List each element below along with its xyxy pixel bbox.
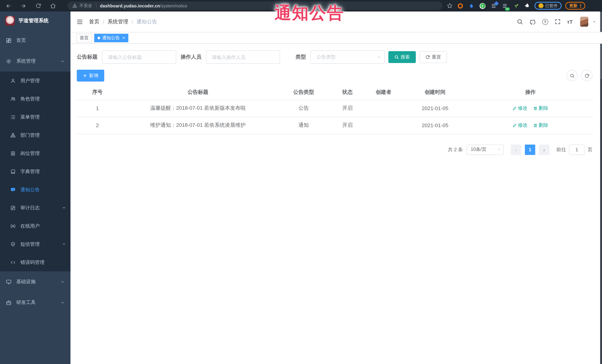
cell-creator: [366, 117, 402, 134]
edit-pencil-icon: [513, 123, 517, 127]
sidebar-item-posts[interactable]: 岗位管理: [0, 144, 70, 162]
sidebar-item-system[interactable]: 系统管理: [0, 51, 70, 72]
breadcrumb-home[interactable]: 首页: [89, 18, 99, 25]
browser-forward-icon[interactable]: [19, 1, 28, 10]
address-separator: [96, 3, 96, 8]
sidebar-item-devtools[interactable]: 研发工具: [0, 292, 70, 313]
header-creator: 创建者: [366, 85, 402, 100]
sidebar-item-departments[interactable]: 部门管理: [0, 126, 70, 144]
sidebar-item-audit-log[interactable]: 审计日志: [0, 199, 70, 217]
page-size-select[interactable]: 10条/页: [467, 144, 504, 155]
help-icon[interactable]: ?: [542, 19, 548, 25]
cell-title: 维护通知：2018-07-01 若依系统凌晨维护: [118, 117, 278, 134]
chevron-down-icon: [62, 242, 66, 246]
sidebar-item-label: 短信管理: [20, 241, 40, 247]
header-search-icon[interactable]: [516, 19, 523, 25]
user-avatar[interactable]: [580, 17, 588, 27]
tag-close-icon[interactable]: ×: [122, 36, 125, 40]
sidebar-item-label: 首页: [16, 37, 26, 44]
extension-on-badge-icon[interactable]: on: [501, 2, 508, 10]
notice-title-input[interactable]: [102, 50, 176, 64]
cell-actions: 修改 删除: [469, 100, 592, 117]
cell-status: 开启: [329, 117, 366, 134]
sidebar-item-menus[interactable]: 菜单管理: [0, 108, 70, 126]
github-icon[interactable]: [529, 18, 536, 25]
breadcrumb-system[interactable]: 系统管理: [108, 18, 128, 25]
sidebar-item-online-users[interactable]: 在线用户: [0, 217, 70, 235]
cell-no: 1: [77, 100, 118, 117]
page-unit-label: 页: [588, 146, 592, 153]
header-actions: 操作: [469, 85, 592, 100]
chevron-down-icon: [497, 147, 501, 152]
sidebar-item-roles[interactable]: 角色管理: [0, 90, 70, 108]
delete-button[interactable]: 删除: [533, 122, 548, 129]
toolbox-icon: [6, 300, 11, 305]
cell-created: 2021-01-05: [401, 117, 468, 134]
sidebar-item-dictionary[interactable]: 字典管理: [0, 162, 70, 180]
goto-page-input[interactable]: [569, 144, 585, 155]
tag-home[interactable]: 首页: [76, 33, 92, 42]
notice-type-select[interactable]: 公告类型: [311, 50, 385, 64]
sidebar-item-home[interactable]: 首页: [0, 30, 70, 51]
browser-menu-icon[interactable]: [580, 4, 581, 8]
browser-update-button[interactable]: 更新: [565, 2, 585, 10]
breadcrumb-current: 通知公告: [137, 18, 157, 25]
current-page[interactable]: 1: [525, 144, 535, 155]
browser-home-icon[interactable]: [48, 1, 58, 10]
search-icon: [570, 73, 574, 78]
browser-reload-icon[interactable]: [33, 1, 43, 10]
sidebar-toggle-icon[interactable]: [76, 18, 83, 25]
security-warning-icon[interactable]: [72, 3, 77, 8]
extension-leaf-icon[interactable]: [512, 2, 520, 10]
font-size-icon[interactable]: тT: [567, 19, 573, 25]
avatar-caret-down-icon[interactable]: [592, 20, 596, 23]
prev-page-button[interactable]: ‹: [511, 144, 521, 155]
page-scrollbar[interactable]: [600, 11, 602, 364]
breadcrumb: 首页 / 系统管理 / 通知公告: [89, 18, 157, 25]
edit-button-label: 修改: [518, 105, 527, 112]
extension-diamond-icon[interactable]: [490, 2, 497, 10]
extension-drop-icon[interactable]: [468, 2, 475, 10]
refresh-table-button[interactable]: [581, 70, 592, 81]
app-logo-row[interactable]: 芋道管理系统: [0, 11, 70, 30]
fullscreen-icon[interactable]: [554, 19, 561, 25]
edit-button[interactable]: 修改: [513, 122, 527, 129]
app-window: 芋道管理系统 首页 系统管理: [0, 11, 602, 364]
trash-icon: [533, 106, 538, 110]
refresh-icon: [584, 73, 589, 78]
search-button[interactable]: 搜索: [388, 51, 416, 63]
sidebar-item-notices[interactable]: 通知公告: [0, 180, 70, 199]
user-icon: [11, 78, 16, 83]
operator-input[interactable]: [206, 50, 280, 64]
chevron-up-icon: [60, 59, 64, 63]
profile-paused-badge[interactable]: 已暂停: [535, 2, 562, 10]
sidebar-item-error-codes[interactable]: 错误码管理: [0, 253, 70, 271]
shield-check-icon: [11, 241, 16, 247]
next-page-button[interactable]: ›: [539, 144, 549, 155]
header-created: 创建时间: [401, 85, 468, 100]
edit-button[interactable]: 修改: [513, 105, 527, 112]
right-toolbar: [566, 70, 592, 81]
extension-y-icon[interactable]: y: [479, 2, 486, 10]
add-button[interactable]: 新增: [77, 70, 104, 82]
extensions-puzzle-icon[interactable]: [523, 2, 531, 10]
refresh-icon: [425, 55, 430, 59]
cell-type: 公告: [278, 100, 329, 117]
notice-title-label: 公告标题: [77, 54, 97, 60]
breadcrumb-separator: /: [132, 19, 133, 25]
notices-table: 序号 公告标题 公告类型 状态 创建者 创建时间 操作 1 温馨提醒：2018-: [77, 85, 592, 134]
cell-created: 2021-01-05: [401, 100, 468, 117]
sidebar-item-infrastructure[interactable]: 基础设施: [0, 271, 70, 292]
tag-label: 通知公告: [102, 35, 120, 41]
bookmark-star-icon[interactable]: [447, 3, 453, 9]
browser-back-icon[interactable]: [4, 1, 13, 10]
table-row: 2 维护通知：2018-07-01 若依系统凌晨维护 通知 开启 2021-01…: [77, 117, 592, 134]
address-bar[interactable]: 不安全 dashboard.yudao.iocoder.cn /system/n…: [67, 1, 442, 10]
toggle-search-button[interactable]: [566, 70, 578, 81]
extension-orange-icon[interactable]: [457, 2, 464, 10]
sidebar-item-sms[interactable]: 短信管理: [0, 235, 70, 253]
reset-button[interactable]: 重置: [419, 51, 447, 63]
tag-notices-active[interactable]: 通知公告 ×: [94, 33, 128, 42]
delete-button[interactable]: 删除: [533, 105, 548, 112]
sidebar-item-users[interactable]: 用户管理: [0, 72, 70, 90]
